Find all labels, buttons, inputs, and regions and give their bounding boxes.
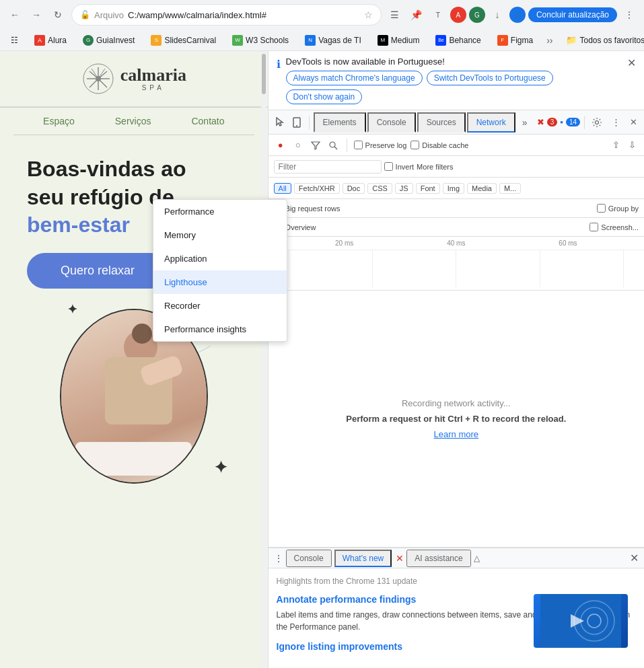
bookmark-w3schools[interactable]: W W3 Schools [227,34,294,47]
devtools-toolbar: Elements Console Sources Network » ✖ 3 ▪… [269,110,644,135]
main-area: calmaria SPA Espaço Serviços Contato Boa… [0,51,644,668]
bottom-panel-close[interactable]: ✕ [630,552,639,564]
extensions-button[interactable]: ☰ [386,5,404,24]
filter-css[interactable]: CSS [367,183,392,194]
logo-name: calmaria [120,67,186,84]
disable-cache-label[interactable]: Disable cache [410,141,468,149]
more-options-button[interactable]: ⋮ [620,5,639,24]
console-menu-icon[interactable]: ⋮ [274,553,283,564]
alura-ext-icon[interactable]: A [450,7,466,23]
slidescarnival-icon: S [151,35,162,46]
switch-portuguese-button[interactable]: Switch DevTools to Portuguese [427,71,553,85]
bookmark-behance[interactable]: Be Behance [430,34,486,47]
back-button[interactable]: ← [5,5,24,24]
reload-button[interactable]: ↻ [48,5,67,24]
filter-js[interactable]: JS [395,183,413,194]
group-by-label[interactable]: Group by [597,204,639,213]
scroll-thumb[interactable] [262,54,266,94]
close-notification-button[interactable]: ✕ [627,57,636,69]
filter-doc[interactable]: Doc [343,183,365,194]
export-button[interactable]: ⇩ [625,139,639,152]
tab-network[interactable]: Network [467,112,515,133]
recorder-label: Recorder [164,301,200,311]
cta-button[interactable]: Quero relaxar [27,253,168,289]
filter-input[interactable] [274,160,382,174]
menu-memory[interactable]: Memory [153,223,287,247]
bookmark-label: Figma [511,36,533,45]
ext2-icon[interactable]: G [469,7,485,23]
translate-icon[interactable]: T [429,5,448,24]
bookmark-all-favorites[interactable]: 📁 Todos os favoritos [561,34,644,46]
update-button[interactable]: Concluir atualização [528,7,617,22]
bookmark-apps[interactable]: ☷ [5,34,24,46]
filter-button[interactable] [309,139,322,152]
more-bookmarks-icon[interactable]: ›› [544,35,555,46]
pin-icon[interactable]: 📌 [407,5,426,24]
menu-lighthouse[interactable]: Lighthouse [153,270,287,294]
massage-towel [75,442,192,476]
bookmark-vagas[interactable]: N Vagas de TI [299,34,367,47]
whats-new-close-icon[interactable]: ✕ [396,553,404,564]
scrollbar[interactable] [261,51,266,668]
menu-recorder[interactable]: Recorder [153,294,287,318]
preserve-log-checkbox[interactable] [354,141,363,149]
match-language-button[interactable]: Always match Chrome's language [286,71,423,85]
whats-new-tab[interactable]: What's new [334,550,392,567]
filter-more[interactable]: M... [499,183,521,194]
tab-elements[interactable]: Elements [314,112,366,133]
svg-point-15 [330,142,335,147]
group-by-checkbox[interactable] [597,204,606,213]
filter-img[interactable]: Img [443,183,464,194]
learn-more-link[interactable]: Learn more [434,429,478,439]
search-network-button[interactable] [326,139,340,152]
toolbar-separator [309,116,310,129]
devtools-more-button[interactable]: ⋮ [608,114,624,131]
menu-application[interactable]: Application [153,247,287,270]
device-toolbar-icon[interactable] [289,114,305,131]
filter-font[interactable]: Font [416,183,440,194]
nav-contato[interactable]: Contato [191,116,224,126]
website-panel: calmaria SPA Espaço Serviços Contato Boa… [0,51,268,668]
filter-media[interactable]: Media [467,183,497,194]
ai-assistance-tab[interactable]: AI assistance [406,550,470,567]
url-text[interactable]: C:/wamp/www/calmaria/index.html# [128,10,360,20]
settings-button[interactable] [589,114,605,131]
record-button[interactable]: ● [274,139,287,152]
import-button[interactable]: ⇧ [609,139,622,152]
dont-show-button[interactable]: Don't show again [286,89,363,104]
forward-button[interactable]: → [27,5,46,24]
bookmark-figma[interactable]: F Figma [492,34,538,47]
devtools-close-button[interactable]: ✕ [625,114,641,131]
filter-fetch-xhr[interactable]: Fetch/XHR [294,183,340,194]
clear-button[interactable]: ○ [291,139,305,152]
invert-checkbox[interactable] [384,162,393,171]
nav-espaco[interactable]: Espaço [43,116,75,126]
tab-sources[interactable]: Sources [417,112,466,133]
bookmark-guiainvest[interactable]: G GuiaInvest [77,34,140,47]
tab-console[interactable]: Console [367,112,416,133]
preserve-log-label[interactable]: Preserve log [354,141,407,149]
screenshot-label[interactable]: Screensh... [589,223,639,231]
nav-servicos[interactable]: Serviços [115,116,151,126]
bookmark-alura[interactable]: A Alura [29,34,72,47]
screenshot-checkbox[interactable] [589,223,598,231]
menu-performance[interactable]: Performance [153,200,287,223]
network-toolbar: ● ○ Preserve log Disable cache ⇧ ⇩ [269,135,644,156]
profile-icon[interactable]: 👤 [509,7,526,23]
bookmark-slidescarnival[interactable]: S SlidesCarnival [145,34,221,47]
feature-thumbnail [534,594,628,648]
invert-label[interactable]: Invert [384,162,415,171]
site-logo: calmaria SPA [81,62,186,96]
menu-performance-insights[interactable]: Performance insights [153,318,287,341]
filter-all[interactable]: All [274,183,291,194]
download-icon[interactable]: ↓ [488,5,507,24]
address-bar[interactable]: 🔓 Arquivo C:/wamp/www/calmaria/index.htm… [71,4,382,26]
more-tabs-button[interactable]: » [517,114,533,131]
bookmark-medium[interactable]: M Medium [372,34,425,47]
console-tab[interactable]: Console [286,550,332,567]
star-icon[interactable]: ☆ [364,9,373,20]
logo-image: calmaria SPA [81,62,186,96]
bookmark-label: Alura [48,36,67,45]
disable-cache-checkbox[interactable] [410,141,419,149]
inspect-icon[interactable] [271,114,287,131]
